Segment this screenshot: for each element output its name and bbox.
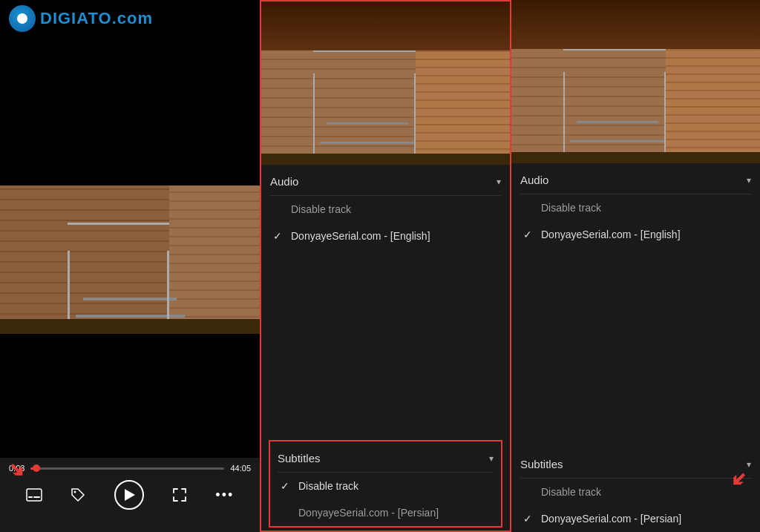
- right-audio-chevron: ▾: [747, 175, 751, 185]
- right-audio-title: Audio: [520, 174, 548, 186]
- right-subtitle-track-label: DonyayeSerial.com - [Persian]: [541, 513, 681, 525]
- right-audio-disable-option[interactable]: Disable track: [520, 194, 751, 221]
- middle-video-still: [261, 1, 510, 165]
- right-audio-track-label: DonyayeSerial.com - [English]: [541, 229, 681, 240]
- middle-subtitle-section-highlighted: Subtitles ▾ ✓ Disable track DonyayeSeria…: [269, 440, 502, 528]
- right-stairs: [556, 49, 692, 163]
- play-circle: [114, 480, 144, 510]
- subtitle-button[interactable]: [26, 488, 42, 502]
- middle-audio-header[interactable]: Audio ▾: [270, 165, 501, 196]
- middle-subtitle-header[interactable]: Subtitles ▾: [278, 441, 494, 473]
- svg-point-3: [74, 491, 76, 493]
- middle-audio-track-label: DonyayeSerial.com - [English]: [291, 230, 430, 242]
- video-thumbnail: [0, 185, 260, 334]
- svg-rect-0: [27, 489, 42, 501]
- time-total: 44:05: [230, 464, 251, 473]
- svg-rect-2: [33, 496, 40, 498]
- main-layout: DIGIATO.com: [0, 0, 760, 532]
- right-panel: Audio ▾ Disable track ✓ DonyayeSerial.co…: [511, 0, 760, 532]
- logo-icon: [9, 5, 36, 32]
- tag-button[interactable]: [70, 487, 86, 503]
- right-scene: [511, 0, 760, 163]
- middle-panel: Audio ▾ Disable track ✓ DonyayeSerial.co…: [260, 0, 511, 532]
- right-video-still: [511, 0, 760, 163]
- middle-subtitle-chevron: ▾: [489, 453, 494, 464]
- middle-subtitle-disable-option[interactable]: ✓ Disable track: [278, 473, 494, 499]
- right-subtitle-header[interactable]: Subtitles ▾: [520, 447, 751, 479]
- right-audio-track-option[interactable]: ✓ DonyayeSerial.com - [English]: [520, 221, 751, 248]
- middle-subtitle-disable-label: Disable track: [298, 480, 358, 492]
- logo-digiato: DIGIATO: [40, 9, 112, 27]
- middle-scene: [261, 1, 510, 165]
- right-subtitle-track-check: ✓: [523, 513, 541, 525]
- middle-subtitle-track-option[interactable]: DonyayeSerial.com - [Persian]: [278, 499, 494, 526]
- middle-audio-chevron: ▾: [497, 177, 501, 187]
- right-subtitle-track-option[interactable]: ✓ DonyayeSerial.com - [Persian]: [520, 505, 751, 532]
- right-subtitle-disable-label: Disable track: [541, 486, 601, 498]
- logo-bar: DIGIATO.com: [0, 0, 252, 37]
- right-subtitle-title: Subtitles: [520, 458, 563, 470]
- control-buttons-row: •••: [0, 476, 260, 514]
- fullscreen-button[interactable]: [171, 487, 188, 503]
- logo-text: DIGIATO.com: [40, 9, 153, 28]
- video-still-scene: [0, 185, 260, 334]
- middle-subtitle-disable-check: ✓: [281, 480, 298, 492]
- middle-audio-track-check: ✓: [273, 230, 291, 242]
- left-panel: DIGIATO.com: [0, 0, 260, 532]
- more-button[interactable]: •••: [215, 487, 234, 503]
- right-audio-disable-label: Disable track: [541, 202, 601, 214]
- middle-audio-track-option[interactable]: ✓ DonyayeSerial.com - [English]: [270, 223, 501, 249]
- railing-top: [68, 223, 169, 225]
- svg-rect-1: [28, 496, 33, 498]
- progress-bar[interactable]: [30, 467, 224, 470]
- controls-bar: ➔ 0:03 44:05: [0, 458, 260, 532]
- play-triangle: [125, 489, 135, 501]
- progress-dot: [33, 464, 40, 472]
- right-subtitle-disable-option[interactable]: Disable track: [520, 479, 751, 505]
- right-ground: [511, 152, 760, 163]
- right-audio-header[interactable]: Audio ▾: [520, 163, 751, 194]
- middle-audio-section: Audio ▾ Disable track ✓ DonyayeSerial.co…: [261, 165, 510, 437]
- stair-3: [83, 298, 177, 301]
- play-button[interactable]: [114, 480, 144, 510]
- arrow-indicator: ➔: [9, 459, 25, 482]
- middle-subtitle-title: Subtitles: [278, 452, 321, 464]
- middle-stairs: [306, 50, 442, 165]
- right-arrow-container: ➔: [730, 468, 747, 491]
- right-audio-section: Audio ▾ Disable track ✓ DonyayeSerial.co…: [511, 163, 760, 447]
- right-subtitle-section: Subtitles ▾ Disable track ✓ DonyayeSeria…: [511, 447, 760, 532]
- ground: [0, 319, 260, 334]
- progress-area[interactable]: 0:03 44:05: [0, 458, 260, 476]
- middle-audio-title: Audio: [270, 175, 298, 188]
- right-audio-track-check: ✓: [523, 229, 541, 240]
- middle-subtitle-track-label: DonyayeSerial.com - [Persian]: [298, 507, 439, 519]
- right-subtitle-chevron: ▾: [747, 459, 751, 470]
- logo-circle-inner: [17, 13, 27, 24]
- middle-ground: [261, 154, 510, 165]
- stair-area: [52, 223, 208, 334]
- logo-com: .com: [112, 9, 153, 27]
- middle-audio-disable-label: Disable track: [291, 203, 351, 215]
- more-dots: •••: [215, 487, 234, 503]
- middle-audio-disable-option[interactable]: Disable track: [270, 196, 501, 223]
